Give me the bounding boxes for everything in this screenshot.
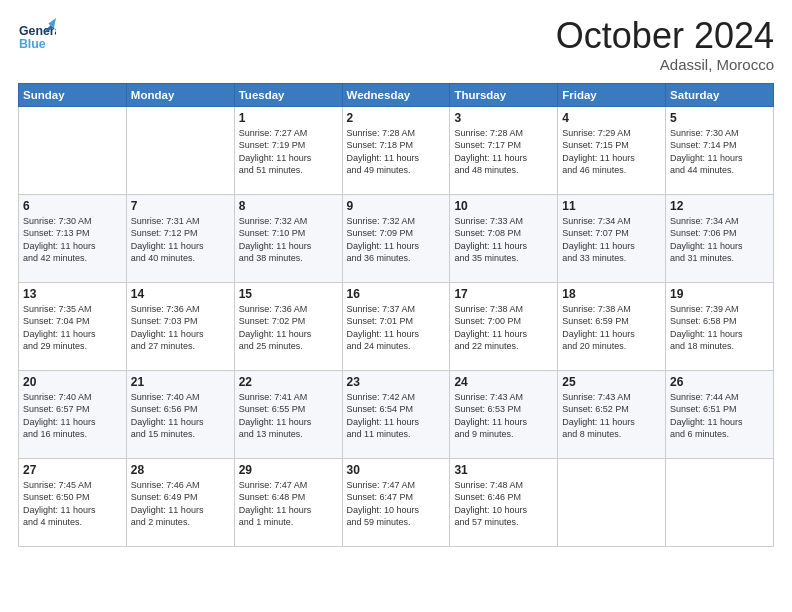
day-number: 4	[562, 110, 661, 126]
sunset-text: Sunset: 7:02 PM	[239, 315, 338, 327]
calendar-cell: 25Sunrise: 7:43 AMSunset: 6:52 PMDayligh…	[558, 370, 666, 458]
page: General Blue October 2024 Adassil, Moroc…	[0, 0, 792, 612]
daylight-text: Daylight: 11 hours and 51 minutes.	[239, 152, 338, 177]
day-info: Sunrise: 7:30 AMSunset: 7:14 PMDaylight:…	[670, 127, 769, 177]
sunset-text: Sunset: 7:06 PM	[670, 227, 769, 239]
calendar-cell: 8Sunrise: 7:32 AMSunset: 7:10 PMDaylight…	[234, 194, 342, 282]
sunrise-text: Sunrise: 7:40 AM	[131, 391, 230, 403]
day-info: Sunrise: 7:31 AMSunset: 7:12 PMDaylight:…	[131, 215, 230, 265]
day-info: Sunrise: 7:33 AMSunset: 7:08 PMDaylight:…	[454, 215, 553, 265]
day-info: Sunrise: 7:45 AMSunset: 6:50 PMDaylight:…	[23, 479, 122, 529]
sunset-text: Sunset: 7:09 PM	[347, 227, 446, 239]
header: General Blue October 2024 Adassil, Moroc…	[18, 16, 774, 73]
day-number: 5	[670, 110, 769, 126]
daylight-text: Daylight: 11 hours and 29 minutes.	[23, 328, 122, 353]
day-info: Sunrise: 7:40 AMSunset: 6:56 PMDaylight:…	[131, 391, 230, 441]
day-number: 24	[454, 374, 553, 390]
day-number: 28	[131, 462, 230, 478]
day-number: 3	[454, 110, 553, 126]
day-number: 25	[562, 374, 661, 390]
sunrise-text: Sunrise: 7:35 AM	[23, 303, 122, 315]
daylight-text: Daylight: 11 hours and 20 minutes.	[562, 328, 661, 353]
daylight-text: Daylight: 11 hours and 25 minutes.	[239, 328, 338, 353]
calendar-cell: 10Sunrise: 7:33 AMSunset: 7:08 PMDayligh…	[450, 194, 558, 282]
calendar-cell: 9Sunrise: 7:32 AMSunset: 7:09 PMDaylight…	[342, 194, 450, 282]
daylight-text: Daylight: 11 hours and 15 minutes.	[131, 416, 230, 441]
day-info: Sunrise: 7:27 AMSunset: 7:19 PMDaylight:…	[239, 127, 338, 177]
calendar-header-sunday: Sunday	[19, 83, 127, 106]
day-number: 27	[23, 462, 122, 478]
day-number: 13	[23, 286, 122, 302]
daylight-text: Daylight: 11 hours and 27 minutes.	[131, 328, 230, 353]
daylight-text: Daylight: 11 hours and 40 minutes.	[131, 240, 230, 265]
day-number: 2	[347, 110, 446, 126]
calendar-cell: 3Sunrise: 7:28 AMSunset: 7:17 PMDaylight…	[450, 106, 558, 194]
sunset-text: Sunset: 7:03 PM	[131, 315, 230, 327]
daylight-text: Daylight: 11 hours and 33 minutes.	[562, 240, 661, 265]
calendar-cell: 7Sunrise: 7:31 AMSunset: 7:12 PMDaylight…	[126, 194, 234, 282]
calendar-header-saturday: Saturday	[666, 83, 774, 106]
day-info: Sunrise: 7:48 AMSunset: 6:46 PMDaylight:…	[454, 479, 553, 529]
calendar-cell	[558, 458, 666, 546]
calendar-week-row: 20Sunrise: 7:40 AMSunset: 6:57 PMDayligh…	[19, 370, 774, 458]
calendar-cell: 21Sunrise: 7:40 AMSunset: 6:56 PMDayligh…	[126, 370, 234, 458]
sunset-text: Sunset: 7:00 PM	[454, 315, 553, 327]
sunset-text: Sunset: 6:55 PM	[239, 403, 338, 415]
calendar-week-row: 13Sunrise: 7:35 AMSunset: 7:04 PMDayligh…	[19, 282, 774, 370]
sunrise-text: Sunrise: 7:46 AM	[131, 479, 230, 491]
calendar-cell: 6Sunrise: 7:30 AMSunset: 7:13 PMDaylight…	[19, 194, 127, 282]
day-number: 8	[239, 198, 338, 214]
day-number: 11	[562, 198, 661, 214]
day-number: 6	[23, 198, 122, 214]
day-info: Sunrise: 7:36 AMSunset: 7:03 PMDaylight:…	[131, 303, 230, 353]
sunset-text: Sunset: 6:48 PM	[239, 491, 338, 503]
sunrise-text: Sunrise: 7:41 AM	[239, 391, 338, 403]
calendar-cell: 15Sunrise: 7:36 AMSunset: 7:02 PMDayligh…	[234, 282, 342, 370]
daylight-text: Daylight: 11 hours and 11 minutes.	[347, 416, 446, 441]
day-info: Sunrise: 7:41 AMSunset: 6:55 PMDaylight:…	[239, 391, 338, 441]
sunset-text: Sunset: 7:04 PM	[23, 315, 122, 327]
sunset-text: Sunset: 7:10 PM	[239, 227, 338, 239]
sunrise-text: Sunrise: 7:28 AM	[454, 127, 553, 139]
daylight-text: Daylight: 11 hours and 38 minutes.	[239, 240, 338, 265]
sunset-text: Sunset: 7:15 PM	[562, 139, 661, 151]
day-info: Sunrise: 7:28 AMSunset: 7:17 PMDaylight:…	[454, 127, 553, 177]
sunrise-text: Sunrise: 7:33 AM	[454, 215, 553, 227]
calendar-week-row: 6Sunrise: 7:30 AMSunset: 7:13 PMDaylight…	[19, 194, 774, 282]
daylight-text: Daylight: 11 hours and 6 minutes.	[670, 416, 769, 441]
sunrise-text: Sunrise: 7:47 AM	[239, 479, 338, 491]
day-number: 9	[347, 198, 446, 214]
day-number: 12	[670, 198, 769, 214]
day-number: 22	[239, 374, 338, 390]
day-number: 30	[347, 462, 446, 478]
calendar-cell: 5Sunrise: 7:30 AMSunset: 7:14 PMDaylight…	[666, 106, 774, 194]
day-number: 29	[239, 462, 338, 478]
sunrise-text: Sunrise: 7:32 AM	[347, 215, 446, 227]
sunset-text: Sunset: 7:13 PM	[23, 227, 122, 239]
day-number: 17	[454, 286, 553, 302]
day-number: 26	[670, 374, 769, 390]
sunset-text: Sunset: 7:07 PM	[562, 227, 661, 239]
calendar-cell: 13Sunrise: 7:35 AMSunset: 7:04 PMDayligh…	[19, 282, 127, 370]
sunset-text: Sunset: 6:50 PM	[23, 491, 122, 503]
sunrise-text: Sunrise: 7:37 AM	[347, 303, 446, 315]
calendar-header-tuesday: Tuesday	[234, 83, 342, 106]
day-number: 23	[347, 374, 446, 390]
calendar-cell: 28Sunrise: 7:46 AMSunset: 6:49 PMDayligh…	[126, 458, 234, 546]
sunrise-text: Sunrise: 7:39 AM	[670, 303, 769, 315]
calendar-cell: 12Sunrise: 7:34 AMSunset: 7:06 PMDayligh…	[666, 194, 774, 282]
day-info: Sunrise: 7:42 AMSunset: 6:54 PMDaylight:…	[347, 391, 446, 441]
sunset-text: Sunset: 6:54 PM	[347, 403, 446, 415]
day-info: Sunrise: 7:47 AMSunset: 6:48 PMDaylight:…	[239, 479, 338, 529]
calendar-cell	[666, 458, 774, 546]
sunrise-text: Sunrise: 7:43 AM	[454, 391, 553, 403]
month-title: October 2024	[556, 16, 774, 56]
sunrise-text: Sunrise: 7:29 AM	[562, 127, 661, 139]
day-number: 7	[131, 198, 230, 214]
sunset-text: Sunset: 6:56 PM	[131, 403, 230, 415]
day-number: 15	[239, 286, 338, 302]
day-info: Sunrise: 7:43 AMSunset: 6:52 PMDaylight:…	[562, 391, 661, 441]
sunset-text: Sunset: 6:58 PM	[670, 315, 769, 327]
daylight-text: Daylight: 11 hours and 44 minutes.	[670, 152, 769, 177]
day-info: Sunrise: 7:37 AMSunset: 7:01 PMDaylight:…	[347, 303, 446, 353]
